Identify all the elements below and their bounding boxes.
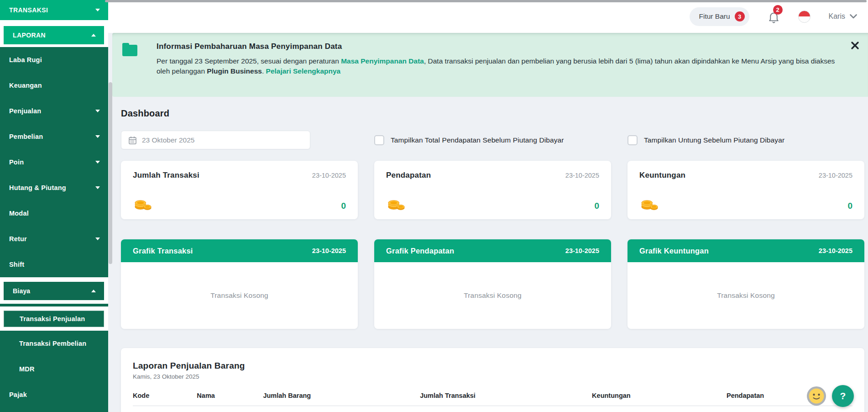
chart-card-date: 23-10-2025 [565,247,599,254]
horizontal-scrollbar-thumb[interactable] [105,0,867,2]
coins-icon [133,195,152,211]
stat-card-keuntungan: Keuntungan 23-10-2025 0 [627,161,864,219]
stat-card-pendapatan: Pendapatan 23-10-2025 0 [374,161,611,219]
chart-card-body: Transaksi Kosong [374,262,611,329]
fitur-baru-label: Fitur Baru [699,12,730,21]
chart-card-title: Grafik Transaksi [133,247,193,255]
sidebar-item-poin[interactable]: Poin [0,149,108,175]
chart-card-body: Transaksi Kosong [627,262,864,329]
stat-card-date: 23-10-2025 [819,172,852,179]
sidebar-item-label: Retur [9,235,27,243]
chart-card-date: 23-10-2025 [312,247,346,254]
chart-card-title: Grafik Pendapatan [386,247,454,255]
stat-card-value: 0 [341,201,346,211]
sidebar-item-mdr[interactable]: MDR [0,356,108,382]
sidebar-item-transaksi-penjualan[interactable]: Transaksi Penjualan [4,311,104,327]
column-header-jumlah-transaksi: Jumlah Transaksi [420,392,592,399]
notifications-button[interactable]: 2 [768,11,780,26]
sidebar-item-label: Laba Rugi [9,56,42,63]
chevron-down-icon [850,14,857,19]
date-filter-input[interactable]: 23 Oktober 2025 [121,131,310,149]
chart-card-header: Grafik Pendapatan 23-10-2025 [374,239,611,262]
checkbox-box[interactable] [374,135,384,145]
chevron-down-icon [95,9,100,11]
banner-body-text: Per tanggal 23 September 2025, sesuai de… [157,57,341,65]
chart-empty-text: Transaksi Kosong [717,291,775,300]
sidebar-scrollbar-thumb[interactable] [109,82,112,264]
laporan-submenu: Laba Rugi Keuangan Penjualan Pembelian P… [0,47,108,277]
notification-count-badge: 2 [773,5,783,15]
sidebar-item-label: TRANSAKSI [9,6,48,14]
stat-card-date: 23-10-2025 [565,172,599,179]
sidebar-item-laporan[interactable]: LAPORAN [4,26,104,44]
stat-card-title: Jumlah Transaksi [133,171,199,180]
sidebar-item-label: MDR [19,365,35,373]
chart-empty-text: Transaksi Kosong [464,291,522,300]
laporan-penjualan-card: Laporan Penjualan Barang Kamis, 23 Oktob… [121,348,864,412]
coins-icon [386,195,405,211]
stat-card-jumlah-transaksi: Jumlah Transaksi 23-10-2025 [121,161,358,219]
sidebar-item-pembelian[interactable]: Pembelian [0,124,108,149]
masa-penyimpanan-data-link[interactable]: Masa Penyimpanan Data [341,57,424,65]
stat-card-title: Pendapatan [386,171,431,180]
main-area: Fitur Baru 3 2 Karis Informasi P [108,0,868,412]
biaya-submenu: Transaksi Pembelian MDR Pajak [0,331,108,412]
banner-title: Informasi Pembaharuan Masa Penyimpanan D… [157,42,842,51]
page-title: Dashboard [121,108,864,119]
checkbox-box[interactable] [627,135,638,145]
sidebar-item-label: Poin [9,158,24,166]
chart-card-grafik-pendapatan: Grafik Pendapatan 23-10-2025 Transaksi K… [374,239,611,329]
smiley-icon [806,386,826,406]
checkbox-untung[interactable]: Tampilkan Untung Sebelum Piutang Dibayar [627,135,864,145]
sidebar-item-label: LAPORAN [13,32,46,39]
chart-card-grafik-keuntungan: Grafik Keuntungan 23-10-2025 Transaksi K… [627,239,864,329]
stat-card-date: 23-10-2025 [312,172,346,179]
sidebar-item-biaya[interactable]: Biaya [4,282,104,300]
user-name: Karis [829,12,845,21]
chevron-up-icon [91,34,96,37]
report-title: Laporan Penjualan Barang [133,361,852,371]
sidebar-item-label: Transaksi Penjualan [20,315,85,322]
sidebar-item-transaksi-pembelian[interactable]: Transaksi Pembelian [0,331,108,356]
report-subtitle: Kamis, 23 Oktober 2025 [133,373,852,380]
close-icon[interactable] [851,41,859,52]
sidebar-item-hutang-piutang[interactable]: Hutang & Piutang [0,175,108,201]
sidebar-item-label: Pembelian [9,133,43,140]
banner-body: Per tanggal 23 September 2025, sesuai de… [157,56,842,76]
sidebar-item-penjualan[interactable]: Penjualan [0,98,108,124]
sidebar-item-modal[interactable]: Modal [0,201,108,226]
sidebar-item-label: Transaksi Pembelian [19,340,86,347]
sidebar-item-keuangan[interactable]: Keuangan [0,73,108,98]
sidebar-item-label: Biaya [13,287,30,295]
app-root: TRANSAKSI LAPORAN Laba Rugi Keuangan Pen… [0,0,868,412]
indonesia-flag-icon[interactable] [798,11,810,23]
column-header-nama: Nama [197,392,263,399]
sidebar-item-transaksi[interactable]: TRANSAKSI [0,0,108,20]
stat-cards-row: Jumlah Transaksi 23-10-2025 [121,161,864,219]
chart-card-grafik-transaksi: Grafik Transaksi 23-10-2025 Transaksi Ko… [121,239,358,329]
sidebar-item-retur[interactable]: Retur [0,226,108,252]
plugin-business-text: Plugin Business [207,67,262,75]
question-mark-icon: ? [840,391,846,401]
stat-card-value: 0 [594,201,599,211]
sidebar-item-pajak[interactable]: Pajak [0,382,108,407]
sidebar-item-shift[interactable]: Shift [0,252,108,277]
checkbox-total-pendapatan[interactable]: Tampilkan Total Pendapatan Sebelum Piuta… [374,135,611,145]
chart-card-title: Grafik Keuntungan [639,247,709,255]
feedback-smiley-button[interactable] [806,386,826,406]
chart-card-date: 23-10-2025 [819,247,852,254]
chevron-down-icon [95,186,100,189]
help-button[interactable]: ? [832,385,854,407]
sidebar-item-laba-rugi[interactable]: Laba Rugi [0,47,108,73]
chevron-down-icon [95,110,100,112]
fitur-baru-button[interactable]: Fitur Baru 3 [690,7,749,26]
banner-body-text: . [262,67,266,75]
user-menu[interactable]: Karis [829,12,857,21]
calendar-icon [129,136,136,144]
chart-empty-text: Transaksi Kosong [210,291,268,300]
pelajari-selengkapnya-link[interactable]: Pelajari Selengkapnya [266,67,341,75]
chart-card-header: Grafik Keuntungan 23-10-2025 [627,239,864,262]
checkbox-label: Tampilkan Total Pendapatan Sebelum Piuta… [391,136,564,144]
topbar: Fitur Baru 3 2 Karis [108,0,868,33]
chevron-down-icon [95,161,100,164]
